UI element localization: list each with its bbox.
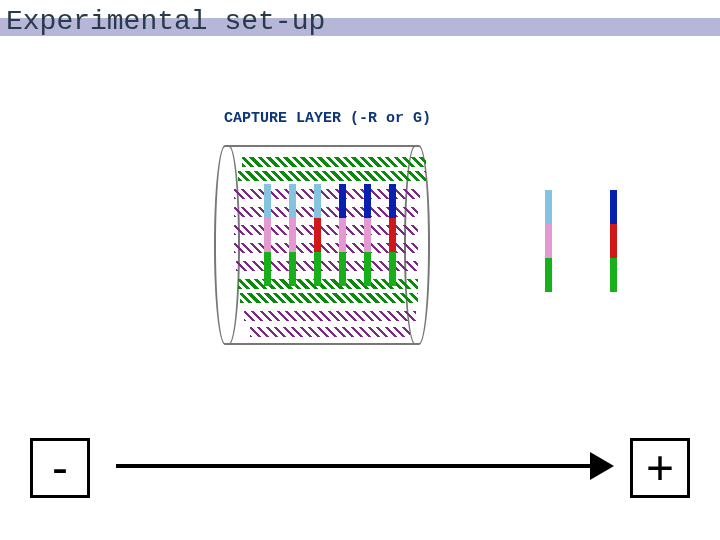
legend-segment xyxy=(610,190,617,224)
probe-segment xyxy=(314,184,321,218)
probe-segment xyxy=(289,252,296,286)
probe-segment xyxy=(314,218,321,252)
arrow-line xyxy=(116,464,594,468)
negative-pole: - xyxy=(30,438,90,498)
probe-segment xyxy=(389,218,396,252)
legend-segment xyxy=(545,258,552,292)
probe-segment xyxy=(389,184,396,218)
plus-label: + xyxy=(646,444,674,492)
page-title: Experimental set-up xyxy=(6,6,325,37)
gel-layer xyxy=(242,157,426,167)
probe-segment xyxy=(339,252,346,286)
cylinder-diagram xyxy=(214,145,430,341)
probe-segment xyxy=(264,218,271,252)
probe-segment xyxy=(389,252,396,286)
legend-segment xyxy=(545,224,552,258)
capture-layer-label: CAPTURE LAYER (-R or G) xyxy=(224,110,431,127)
probe-segment xyxy=(364,252,371,286)
probe-segment xyxy=(264,184,271,218)
minus-label: - xyxy=(52,444,68,492)
probe-segment xyxy=(339,184,346,218)
gel-layer xyxy=(250,327,410,337)
probe-segment xyxy=(289,184,296,218)
probe-segment xyxy=(339,218,346,252)
probe-segment xyxy=(364,218,371,252)
legend-segment xyxy=(610,258,617,292)
gel-layer xyxy=(240,293,418,303)
probe-segment xyxy=(314,252,321,286)
positive-pole: + xyxy=(630,438,690,498)
arrow-head-icon xyxy=(590,452,614,480)
legend-segment xyxy=(545,190,552,224)
probe-segment xyxy=(364,184,371,218)
probe-segment xyxy=(289,218,296,252)
legend-segment xyxy=(610,224,617,258)
electrophoresis-axis: - + xyxy=(30,438,690,510)
gel-layer xyxy=(244,311,416,321)
gel-layer xyxy=(238,171,426,181)
probe-segment xyxy=(264,252,271,286)
